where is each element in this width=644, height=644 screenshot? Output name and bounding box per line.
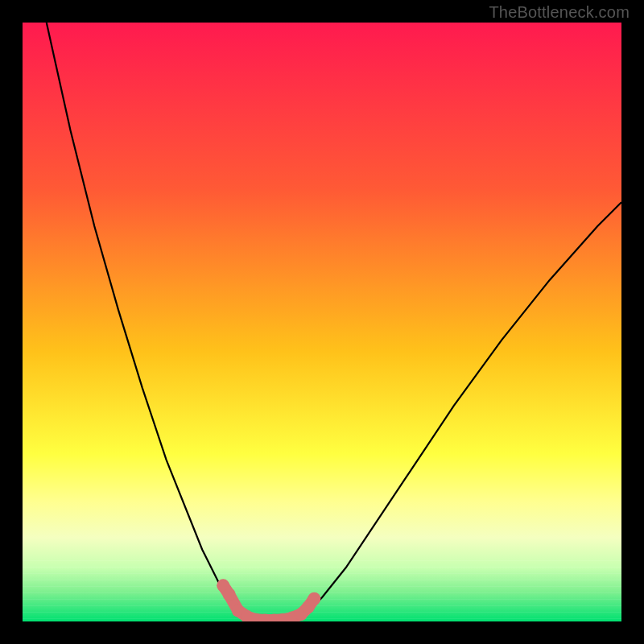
marker-dot: [308, 592, 320, 605]
band-line: [23, 599, 621, 600]
marker-gap: [228, 593, 231, 597]
band-line: [23, 605, 621, 606]
marker-gap: [246, 615, 249, 618]
band-line: [23, 560, 621, 561]
watermark-text: TheBottleneck.com: [489, 3, 630, 22]
band-line: [23, 580, 621, 580]
band-line: [23, 592, 621, 593]
plot-area: [23, 23, 621, 621]
band-line: [23, 612, 621, 613]
chart-svg: [23, 23, 621, 621]
gradient-background: [23, 23, 621, 621]
band-line: [23, 567, 621, 568]
band-line: [23, 573, 621, 574]
band-line: [23, 586, 621, 587]
marker-gap: [307, 605, 310, 609]
marker-gap: [299, 613, 303, 616]
band-line: [23, 618, 621, 619]
outer-frame: TheBottleneck.com: [0, 0, 644, 644]
